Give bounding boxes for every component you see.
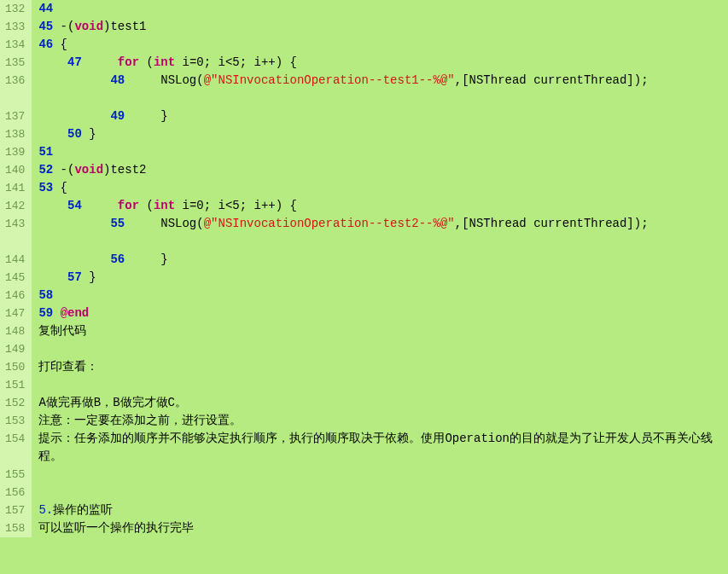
keyword-int: int bbox=[154, 55, 175, 69]
code-line bbox=[38, 376, 721, 394]
code-token: -( bbox=[53, 20, 74, 33]
inner-line-num: 57 bbox=[67, 270, 82, 284]
code-view: 132 133 134 135 136 137 138 139 140 141 … bbox=[0, 0, 728, 537]
inner-line-num: 46 bbox=[38, 38, 53, 51]
code-token: { bbox=[53, 38, 67, 51]
gutter-line: 139 bbox=[5, 143, 25, 161]
code-line: 打印查看： bbox=[38, 358, 721, 376]
gutter-line: 155 bbox=[5, 466, 25, 484]
gutter-line: 143 bbox=[5, 215, 25, 251]
code-token: i=0; i<5; i++) { bbox=[175, 199, 297, 212]
gutter-line: 140 bbox=[5, 161, 25, 179]
string-at: @ bbox=[204, 73, 211, 87]
gutter-line: 153 bbox=[5, 412, 25, 430]
gutter-line: 148 bbox=[5, 322, 25, 340]
keyword-int: int bbox=[154, 199, 175, 212]
code-token: )test1 bbox=[103, 20, 146, 33]
inner-line-num: 51 bbox=[38, 145, 53, 159]
keyword-void: void bbox=[74, 20, 103, 33]
inner-line-num: 45 bbox=[38, 20, 53, 33]
section-title: 操作的监听 bbox=[53, 503, 113, 517]
code-line: 50 } bbox=[38, 125, 721, 143]
code-token: ,[NSThread currentThread]); bbox=[455, 217, 649, 230]
code-line bbox=[38, 484, 721, 502]
inner-line-num: 58 bbox=[38, 288, 53, 302]
code-line: 49 } bbox=[38, 107, 721, 125]
code-line bbox=[38, 340, 721, 358]
gutter-line: 134 bbox=[5, 36, 25, 54]
code-line: 53 { bbox=[38, 179, 721, 197]
code-line: A做完再做B，B做完才做C。 bbox=[38, 394, 721, 412]
code-token: { bbox=[53, 181, 67, 194]
gutter-line: 157 bbox=[5, 502, 25, 519]
gutter-line: 146 bbox=[5, 287, 25, 304]
inner-line-num: 54 bbox=[67, 199, 82, 212]
code-line: 45 -(void)test1 bbox=[38, 18, 721, 36]
code-content: 44 45 -(void)test1 46 { 47 for (int i=0;… bbox=[32, 0, 728, 537]
code-line: 59 @end bbox=[38, 304, 721, 322]
code-token: } bbox=[160, 252, 167, 266]
gutter-line: 156 bbox=[5, 484, 25, 502]
keyword-for: for bbox=[118, 199, 139, 212]
code-line: 52 -(void)test2 bbox=[38, 161, 721, 179]
code-token: ( bbox=[139, 199, 154, 212]
code-line: 56 } bbox=[38, 251, 721, 269]
inner-line-num: 47 bbox=[67, 55, 82, 69]
code-token: i=0; i<5; i++) { bbox=[175, 55, 297, 69]
gutter-line: 151 bbox=[5, 376, 25, 394]
gutter-line: 135 bbox=[5, 54, 25, 72]
gutter-line: 141 bbox=[5, 179, 25, 197]
inner-line-num: 44 bbox=[38, 2, 53, 15]
string-literal: "NSInvocationOperation--test2--%@" bbox=[211, 217, 455, 230]
code-line bbox=[38, 466, 721, 484]
keyword-for: for bbox=[118, 55, 139, 69]
code-line: 55 NSLog(@"NSInvocationOperation--test2-… bbox=[38, 215, 721, 251]
inner-line-num: 55 bbox=[110, 217, 125, 230]
code-line: 提示：任务添加的顺序并不能够决定执行顺序，执行的顺序取决于依赖。使用Operat… bbox=[38, 430, 721, 466]
print-view-text: 打印查看： bbox=[38, 360, 98, 374]
gutter-line: 133 bbox=[5, 18, 25, 36]
inner-line-num: 56 bbox=[110, 252, 125, 266]
code-line: 54 for (int i=0; i<5; i++) { bbox=[38, 197, 721, 215]
code-token: } bbox=[160, 109, 167, 123]
inner-line-num: 48 bbox=[110, 73, 125, 87]
keyword-void: void bbox=[74, 163, 103, 177]
gutter-line: 138 bbox=[5, 125, 25, 143]
code-token: -( bbox=[53, 163, 74, 177]
section-desc: 可以监听一个操作的执行完毕 bbox=[38, 521, 194, 535]
code-token: ,[NSThread currentThread]); bbox=[455, 73, 649, 87]
code-line: 注意：一定要在添加之前，进行设置。 bbox=[38, 412, 721, 430]
gutter-line: 147 bbox=[5, 304, 25, 322]
note-text: 注意：一定要在添加之前，进行设置。 bbox=[38, 414, 242, 427]
inner-line-num: 59 bbox=[38, 306, 53, 320]
code-line: 57 } bbox=[38, 269, 721, 287]
gutter-line: 132 bbox=[5, 0, 25, 18]
string-at: @ bbox=[204, 217, 211, 230]
gutter-line: 158 bbox=[5, 519, 25, 537]
gutter-line: 154 bbox=[5, 430, 25, 466]
sequence-text: A做完再做B，B做完才做C。 bbox=[38, 396, 187, 409]
gutter-line: 144 bbox=[5, 251, 25, 269]
code-line: 可以监听一个操作的执行完毕 bbox=[38, 519, 721, 537]
gutter-line: 150 bbox=[5, 358, 25, 376]
section-number: 5. bbox=[38, 503, 53, 517]
code-token: )test2 bbox=[103, 163, 146, 177]
tip-text: 提示：任务添加的顺序并不能够决定执行顺序，执行的顺序取决于依赖。使用Operat… bbox=[38, 430, 721, 466]
code-line: 51 bbox=[38, 143, 721, 161]
code-line: 46 { bbox=[38, 36, 721, 54]
inner-line-num: 50 bbox=[67, 127, 82, 141]
code-token: NSLog( bbox=[160, 73, 203, 87]
gutter-line: 142 bbox=[5, 197, 25, 215]
gutter-line: 136 bbox=[5, 72, 25, 107]
code-line: 58 bbox=[38, 287, 721, 304]
code-line: 48 NSLog(@"NSInvocationOperation--test1-… bbox=[38, 72, 721, 107]
code-token: } bbox=[89, 127, 96, 141]
keyword-end: @end bbox=[61, 306, 90, 320]
inner-line-num: 52 bbox=[38, 163, 53, 177]
code-token: ( bbox=[139, 55, 154, 69]
gutter-line: 152 bbox=[5, 394, 25, 412]
code-line: 44 bbox=[38, 0, 721, 18]
gutter-line: 137 bbox=[5, 107, 25, 125]
line-gutter: 132 133 134 135 136 137 138 139 140 141 … bbox=[0, 0, 32, 537]
copy-code-text: 复制代码 bbox=[38, 324, 86, 338]
